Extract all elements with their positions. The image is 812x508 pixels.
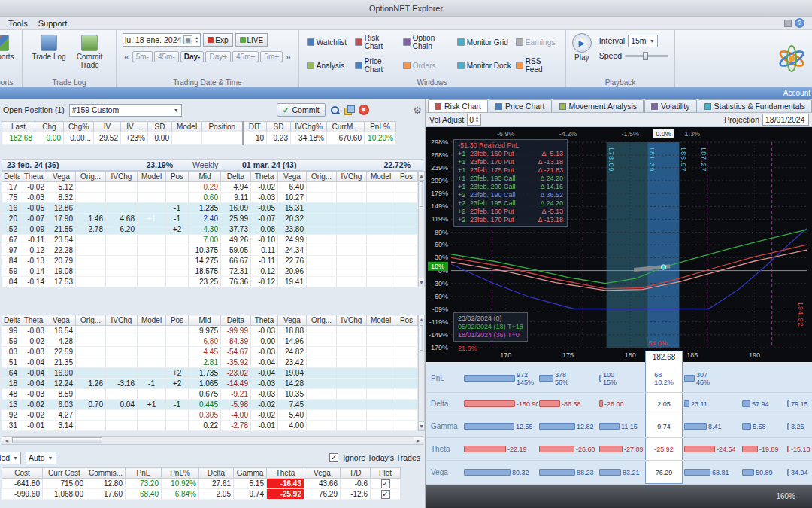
fast-back-button[interactable]: « <box>123 52 131 62</box>
date-spinner[interactable]: ▲▼ <box>195 36 198 44</box>
horizontal-scrollbar[interactable]: ◄► <box>2 436 423 445</box>
auto-dropdown[interactable]: Auto▼ <box>26 452 56 464</box>
option-row[interactable]: .75-0.038.32 <box>2 193 189 203</box>
tab-movement-analysis[interactable]: Movement Analysis <box>553 99 644 112</box>
window-item-monitor-grid[interactable]: Monitor Grid <box>456 33 513 51</box>
help-icon[interactable]: ? <box>795 18 804 28</box>
zoom-level[interactable]: 160% <box>776 492 795 500</box>
option-row[interactable]: .48-0.038.59 <box>2 389 189 400</box>
option-row[interactable]: 18.57572.31-0.1220.96 <box>189 266 418 277</box>
position-selector[interactable]: #159 Custom▼ <box>69 104 182 117</box>
interval-dropdown[interactable]: 15m▼ <box>628 35 657 47</box>
option-row[interactable]: 1.065-14.49-0.0314.28 <box>189 379 418 389</box>
option-row[interactable]: 1.735-23.02-0.0419.04 <box>189 368 418 379</box>
option-row[interactable]: 0.22-2.78-0.014.00 <box>189 421 418 431</box>
nav-button-45m-[interactable]: 45m- <box>154 51 179 62</box>
nav-button-5m+[interactable]: 5m+ <box>260 51 283 62</box>
vertical-scrollbar[interactable]: ▲▼ <box>418 171 425 287</box>
option-row[interactable]: 2.81-35.92-0.0423.42 <box>189 357 418 368</box>
option-row[interactable]: 1.23516.09-0.0515.31 <box>189 203 418 214</box>
option-row[interactable]: 0.675-9.21-0.0310.35 <box>189 389 418 400</box>
option-row[interactable]: 14.27566.67-0.1122.76 <box>189 256 418 266</box>
commit-button[interactable]: ✓Commit <box>277 103 326 117</box>
commit-trade-button[interactable]: Commit Trade <box>69 33 110 69</box>
menu-support[interactable]: Support <box>33 19 73 28</box>
group-mode-dropdown[interactable]: Expanded▼ <box>0 452 21 464</box>
account-bar-label[interactable]: Account <box>783 89 810 97</box>
calendar-icon[interactable]: ▦ <box>183 35 192 44</box>
option-row[interactable]: .97-0.1222.28 <box>2 245 189 256</box>
speed-slider-thumb[interactable] <box>643 52 648 60</box>
trade-date-input[interactable]: ju. 18 ene. 2024 ▦ ▲▼ <box>123 33 201 47</box>
option-row[interactable]: .64-0.0416.90+2 <box>2 368 189 379</box>
option-row[interactable]: .16-0.0512.86-1 <box>2 203 189 214</box>
nav-button-45m+[interactable]: 45m+ <box>232 51 259 62</box>
option-row[interactable]: 0.294.94-0.026.40 <box>189 182 418 193</box>
tab-risk-chart[interactable]: Risk Chart <box>428 99 488 112</box>
window-item-analysis[interactable]: Analysis <box>305 56 352 75</box>
summary-value: 182.68 <box>2 132 35 145</box>
reports-button[interactable]: Reports <box>0 33 21 61</box>
live-button[interactable]: LIVE <box>235 33 268 47</box>
tab-statistics-fundamentals[interactable]: Statistics & Fundamentals <box>698 99 812 112</box>
option-row[interactable]: .17-0.025.12 <box>2 182 189 193</box>
option-row[interactable]: .52-0.0921.552.786.20+2 <box>2 224 189 235</box>
totals-row[interactable]: -641.80715.0012.8073.2010.92%27.615.15-1… <box>2 479 401 489</box>
tab-price-chart[interactable]: Price Chart <box>489 99 552 112</box>
option-row[interactable]: .84-0.1320.79 <box>2 256 189 266</box>
trade-log-button[interactable]: Trade Log <box>29 33 69 69</box>
option-row[interactable]: .20-0.0717.901.464.68+1-1 <box>2 214 189 224</box>
window-item-rss-feed[interactable]: RSS Feed <box>514 56 559 75</box>
summary-header: IVChg% <box>291 122 327 132</box>
window-item-risk-chart[interactable]: Risk Chart <box>353 33 400 51</box>
option-row[interactable]: 9.975-99.99-0.0318.88 <box>189 326 418 336</box>
window-item-watchlist[interactable]: Watchlist <box>305 33 352 51</box>
plot-checkbox[interactable]: ✓ <box>381 479 390 488</box>
option-row[interactable]: .31-0.013.14 <box>2 421 189 431</box>
vertical-scrollbar[interactable]: ▲▼ <box>418 315 425 431</box>
option-row[interactable]: .13-0.026.030.700.04+1-1 <box>2 400 189 410</box>
speed-slider[interactable] <box>625 55 668 57</box>
zoom-in-icon[interactable] <box>330 105 340 115</box>
nav-button-5m-[interactable]: 5m- <box>132 51 153 62</box>
option-row[interactable]: 4.3037.73-0.0823.80 <box>189 224 418 235</box>
option-row[interactable]: 23.2576.36-0.1219.41 <box>189 277 418 287</box>
close-position-icon[interactable]: × <box>359 105 369 115</box>
totals-row[interactable]: -999.601,068.0017.6068.406.84%2.059.74-2… <box>2 489 401 500</box>
option-row[interactable]: 0.609.11-0.0310.27 <box>189 193 418 203</box>
option-row[interactable]: .04-0.1417.53 <box>2 277 189 287</box>
settings-gear-icon[interactable]: ⚙ <box>413 105 422 116</box>
option-row[interactable]: .590.024.28 <box>2 336 189 347</box>
option-row[interactable]: 2.4025.99-0.0720.32 <box>189 214 418 224</box>
option-row[interactable]: .99-0.0316.54 <box>2 326 189 336</box>
fast-forward-button[interactable]: » <box>284 52 292 62</box>
option-row[interactable]: .03-0.0322.59 <box>2 347 189 357</box>
nav-button-Day+[interactable]: Day+ <box>205 51 231 62</box>
window-item-monitor-dock[interactable]: Monitor Dock <box>456 56 513 75</box>
option-row[interactable]: .18-0.0412.241.26-3.16-1+2 <box>2 379 189 389</box>
play-button[interactable]: ▶ <box>572 33 592 53</box>
vol-adjust-spinner[interactable]: 0▲▼ <box>467 114 481 126</box>
option-row[interactable]: 4.45-54.67-0.0324.82 <box>189 347 418 357</box>
risk-chart[interactable]: 298%268%239%209%179%149%119%89%60%30%0%-… <box>426 127 812 362</box>
option-row[interactable]: .92-0.024.27 <box>2 410 189 421</box>
option-row[interactable]: .59-0.1419.08 <box>2 266 189 277</box>
plot-checkbox[interactable]: ✓ <box>381 490 390 499</box>
option-row[interactable]: 0.305-4.00-0.025.40 <box>189 410 418 421</box>
projection-date-input[interactable]: 18/01/2024 <box>762 114 809 126</box>
menu-tools[interactable]: Tools <box>3 19 33 28</box>
option-row[interactable]: 6.80-84.390.0014.96 <box>189 336 418 347</box>
option-row[interactable]: 0.445-5.98-0.027.45 <box>189 400 418 410</box>
option-row[interactable]: 7.0049.26-0.1024.99 <box>189 235 418 245</box>
pin-icon[interactable] <box>784 20 792 27</box>
tab-volatility[interactable]: Volatility <box>644 99 697 112</box>
nav-button-Day-[interactable]: Day- <box>180 51 205 62</box>
exp-button[interactable]: Exp <box>203 33 232 47</box>
option-row[interactable]: .51-0.0421.35 <box>2 357 189 368</box>
option-row[interactable]: 10.37559.05-0.1124.34 <box>189 245 418 256</box>
layers-icon[interactable] <box>344 105 354 115</box>
ignore-trades-checkbox[interactable]: ✓ <box>329 453 338 462</box>
window-item-option-chain[interactable]: Option Chain <box>401 33 454 51</box>
option-row[interactable]: .67-0.1123.54 <box>2 235 189 245</box>
window-item-price-chart[interactable]: Price Chart <box>353 56 400 75</box>
